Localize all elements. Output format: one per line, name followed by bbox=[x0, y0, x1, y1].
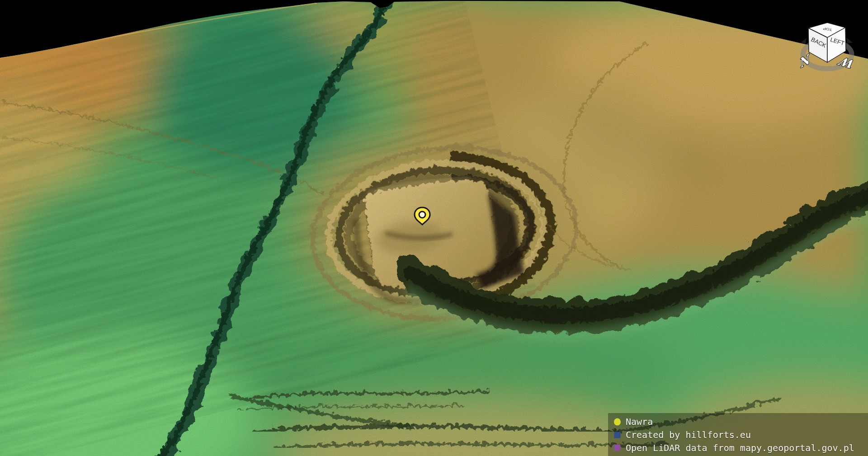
legend-panel: Nawra Created by hillforts.eu Open LiDAR… bbox=[608, 413, 868, 456]
legend-item: Open LiDAR data from mapy.geoportal.gov.… bbox=[613, 441, 864, 454]
credit-swatch-icon bbox=[613, 431, 621, 439]
legend-data-source-text: Open LiDAR data from mapy.geoportal.gov.… bbox=[626, 443, 854, 452]
grain-texture-light bbox=[0, 0, 868, 456]
lidar-terrain-app: TOP BACK LEFT N W Nawra Created by hillf… bbox=[0, 0, 868, 456]
data-source-swatch-icon bbox=[613, 444, 621, 451]
legend-credit-text: Created by hillforts.eu bbox=[626, 430, 751, 439]
legend-item: Created by hillforts.eu bbox=[613, 428, 864, 442]
site-marker-swatch-icon bbox=[613, 418, 621, 426]
terrain-3d-view[interactable]: TOP BACK LEFT N W bbox=[0, 0, 868, 456]
terrain-surface bbox=[0, 0, 868, 456]
legend-item: Nawra bbox=[613, 415, 864, 428]
legend-site-name: Nawra bbox=[626, 417, 653, 426]
marker-pin-hole bbox=[419, 212, 425, 218]
